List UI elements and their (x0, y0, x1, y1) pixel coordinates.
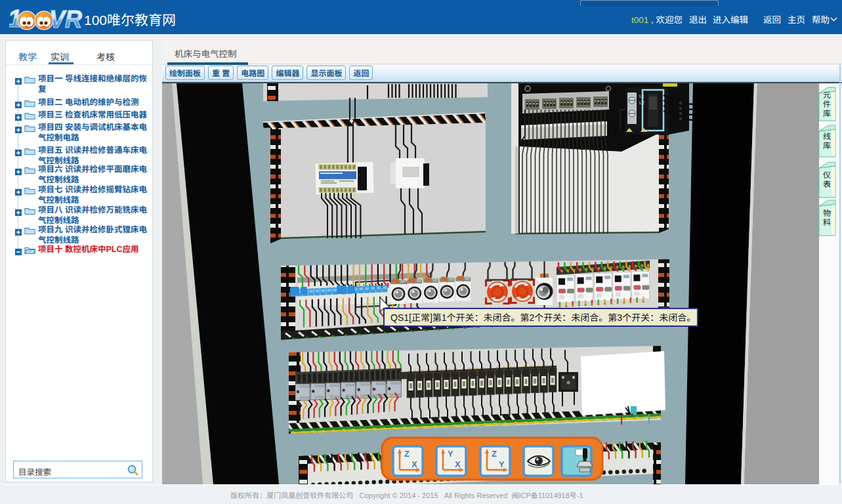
svg-text:Y: Y (499, 459, 505, 469)
svg-text:VR: VR (49, 6, 82, 31)
svg-text:X: X (411, 459, 417, 469)
svg-text:Y: Y (448, 449, 453, 459)
svg-text:Z: Z (404, 449, 410, 459)
svg-text:QS1[正常]第1个开关：未闭合。第2个开关：未闭合。第3个: QS1[正常]第1个开关：未闭合。第2个开关：未闭合。第3个开关：未闭合。 (390, 312, 696, 323)
svg-text:Z: Z (492, 449, 497, 459)
svg-text:X: X (455, 459, 461, 469)
